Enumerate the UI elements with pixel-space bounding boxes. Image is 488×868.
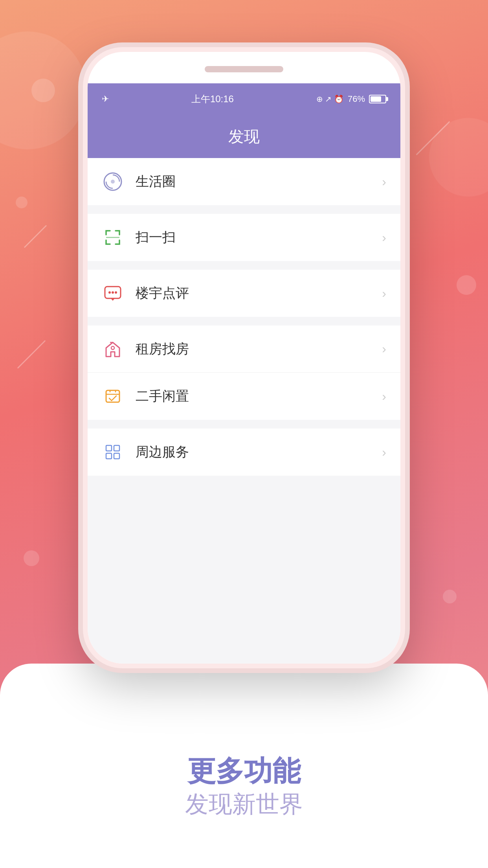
- review-arrow: ›: [382, 286, 386, 301]
- svg-rect-9: [106, 445, 112, 451]
- svg-point-5: [112, 291, 114, 294]
- menu-item-rent[interactable]: 租房找房 ›: [88, 326, 400, 373]
- deco-circle-5: [443, 590, 457, 603]
- menu-item-shenghuo[interactable]: 生活圈 ›: [88, 158, 400, 205]
- phone-empty-area: [88, 476, 400, 594]
- nav-header: 发现: [88, 115, 400, 158]
- scan-label: 扫一扫: [136, 228, 382, 246]
- secondhand-arrow: ›: [382, 389, 386, 404]
- menu-item-nearby[interactable]: 周边服务 ›: [88, 428, 400, 476]
- bottom-subtitle: 发现新世界: [0, 788, 488, 821]
- nav-title: 发现: [228, 126, 260, 147]
- separator-5: [88, 421, 400, 428]
- separator-1: [88, 206, 400, 214]
- svg-point-6: [115, 291, 117, 294]
- svg-rect-8: [106, 390, 119, 402]
- bottom-text-area: 更多功能 发现新世界: [0, 754, 488, 821]
- svg-rect-10: [114, 445, 119, 451]
- status-icons: ⊕ ↗ ⏰: [316, 94, 344, 104]
- deco-line-3: [17, 340, 46, 369]
- menu-group-4: 租房找房 › 二手闲置: [88, 326, 400, 420]
- battery-fill: [371, 96, 381, 102]
- shenghuo-label: 生活圈: [136, 173, 382, 191]
- status-bar-time: 上午10:16: [191, 93, 234, 105]
- review-label: 楼宇点评: [136, 284, 382, 302]
- deco-line-2: [24, 225, 47, 248]
- status-bar-left: ✈: [102, 94, 109, 104]
- battery-percent: 76%: [348, 94, 365, 104]
- separator-2: [88, 262, 400, 270]
- nearby-arrow: ›: [382, 445, 386, 460]
- deco-circle-3: [457, 275, 476, 295]
- nearby-icon: [102, 441, 124, 463]
- status-bar: ✈ 上午10:16 ⊕ ↗ ⏰ 76%: [88, 83, 400, 115]
- svg-point-7: [111, 346, 114, 349]
- airplane-icon: ✈: [102, 94, 109, 104]
- menu-group-1: 生活圈 ›: [88, 158, 400, 205]
- deco-line-1: [416, 121, 450, 155]
- menu-group-5: 周边服务 ›: [88, 428, 400, 476]
- shenghuo-arrow: ›: [382, 175, 386, 189]
- battery-icon: [369, 95, 386, 103]
- rent-arrow: ›: [382, 342, 386, 356]
- menu-group-2: 扫一扫 ›: [88, 214, 400, 261]
- phone-inner: ✈ 上午10:16 ⊕ ↗ ⏰ 76% 发现: [88, 52, 400, 664]
- menu-item-secondhand[interactable]: 二手闲置 ›: [88, 373, 400, 420]
- shenghuo-icon: [102, 171, 124, 193]
- svg-point-4: [108, 291, 111, 294]
- bottom-title: 更多功能: [0, 754, 488, 788]
- speaker: [205, 66, 283, 72]
- status-bar-right: ⊕ ↗ ⏰ 76%: [316, 94, 386, 104]
- svg-rect-12: [114, 453, 119, 459]
- phone-shell: ✈ 上午10:16 ⊕ ↗ ⏰ 76% 发现: [83, 47, 405, 668]
- deco-circle-2: [16, 197, 28, 208]
- svg-rect-11: [106, 453, 112, 459]
- deco-circle-1: [31, 79, 55, 102]
- secondhand-label: 二手闲置: [136, 387, 382, 405]
- menu-list: 生活圈 ›: [88, 158, 400, 664]
- menu-group-3: 楼宇点评 ›: [88, 270, 400, 317]
- separator-3: [88, 318, 400, 326]
- svg-point-1: [111, 180, 115, 184]
- rent-label: 租房找房: [136, 340, 382, 358]
- rent-icon: [102, 338, 124, 360]
- deco-circle-4: [24, 550, 39, 566]
- nearby-label: 周边服务: [136, 443, 382, 461]
- battery-body: [369, 95, 386, 103]
- scan-arrow: ›: [382, 230, 386, 245]
- scan-icon: [102, 226, 124, 248]
- menu-item-review[interactable]: 楼宇点评 ›: [88, 270, 400, 317]
- menu-item-scan[interactable]: 扫一扫 ›: [88, 214, 400, 261]
- review-icon: [102, 282, 124, 304]
- secondhand-icon: [102, 385, 124, 407]
